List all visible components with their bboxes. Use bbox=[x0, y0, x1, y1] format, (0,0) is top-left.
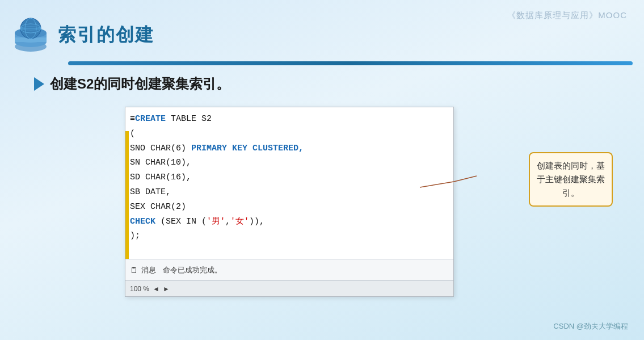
line4-rest: (10), bbox=[166, 158, 191, 167]
code-line-4: SN CHAR(10), bbox=[130, 156, 447, 170]
line7-rest: (2) bbox=[171, 202, 186, 212]
line6-sb: SB DATE, bbox=[130, 187, 171, 197]
code-line-9: ); bbox=[130, 229, 447, 244]
code-line-7: SEX CHAR(2) bbox=[130, 200, 447, 215]
message-label: 消息 bbox=[141, 265, 156, 275]
line3-sno: SNO bbox=[130, 144, 150, 153]
line5-sd: SD bbox=[130, 173, 145, 182]
watermark-text: 《数据库原理与应用》MOOC bbox=[507, 10, 627, 21]
header-decorative-line bbox=[68, 61, 633, 65]
line7-sex: SEX bbox=[130, 202, 150, 212]
line8-sex-in: (SEX IN ( bbox=[155, 217, 207, 226]
line8-check-kw: CHECK bbox=[130, 217, 155, 226]
database-icon bbox=[11, 16, 50, 54]
credits-text: CSDN @劲夫大学编程 bbox=[553, 321, 628, 331]
code-area: ≡CREATE TABLE S2 ( SNO CHAR(6) PRIMARY K… bbox=[125, 107, 453, 259]
line3-size: (6) bbox=[171, 144, 191, 153]
line5-rest: (16), bbox=[166, 173, 191, 182]
code-editor: ≡CREATE TABLE S2 ( SNO CHAR(6) PRIMARY K… bbox=[125, 107, 454, 297]
svg-line-12 bbox=[454, 176, 477, 182]
line4-sn: SN bbox=[130, 158, 145, 167]
code-line-2: ( bbox=[130, 127, 447, 141]
line1-create-kw: CREATE bbox=[135, 114, 166, 124]
code-line-5: SD CHAR(16), bbox=[130, 170, 447, 185]
code-line-1: ≡CREATE TABLE S2 bbox=[130, 112, 447, 127]
callout-annotation: 创建表的同时，基于主键创建聚集索引。 bbox=[529, 152, 613, 207]
message-icon: 🗒 bbox=[130, 266, 138, 275]
line4-char: CHAR bbox=[145, 158, 166, 167]
line8-female: '女' bbox=[230, 217, 249, 226]
code-content: ≡CREATE TABLE S2 ( SNO CHAR(6) PRIMARY K… bbox=[125, 107, 453, 248]
zoom-level: 100 % bbox=[130, 285, 149, 293]
code-line-3: SNO CHAR(6) PRIMARY KEY CLUSTERED, bbox=[130, 141, 447, 156]
line9-close: ); bbox=[130, 231, 140, 241]
line8-male: '男' bbox=[207, 217, 225, 226]
bullet-text: 创建S2的同时创建聚集索引。 bbox=[50, 75, 230, 93]
bullet-section: 创建S2的同时创建聚集索引。 bbox=[34, 75, 230, 93]
message-text: 命令已成功完成。 bbox=[163, 265, 222, 275]
line8-comma: , bbox=[225, 217, 230, 226]
line1-rest: TABLE S2 bbox=[166, 114, 212, 124]
status-bar: 100 % ◄ ► bbox=[125, 280, 453, 296]
nav-prev-icon[interactable]: ◄ bbox=[153, 285, 159, 293]
bullet-arrow-icon bbox=[34, 77, 44, 91]
code-line-8: CHECK (SEX IN ('男','女')), bbox=[130, 215, 447, 229]
line3-char: CHAR bbox=[150, 144, 171, 153]
page-title: 索引的创建 bbox=[58, 23, 154, 48]
message-section: 🗒 消息 命令已成功完成。 bbox=[125, 259, 453, 280]
line1-marker: ≡ bbox=[130, 114, 135, 124]
line8-end: )), bbox=[249, 217, 264, 226]
line3-pk-clustered: PRIMARY KEY CLUSTERED, bbox=[191, 144, 304, 153]
code-line-6: SB DATE, bbox=[130, 185, 447, 200]
line2-paren: ( bbox=[130, 129, 135, 138]
line5-char: CHAR bbox=[145, 173, 166, 182]
line7-char: CHAR bbox=[150, 202, 171, 212]
header-area: 索引的创建 bbox=[11, 16, 154, 54]
nav-next-icon[interactable]: ► bbox=[163, 285, 170, 293]
